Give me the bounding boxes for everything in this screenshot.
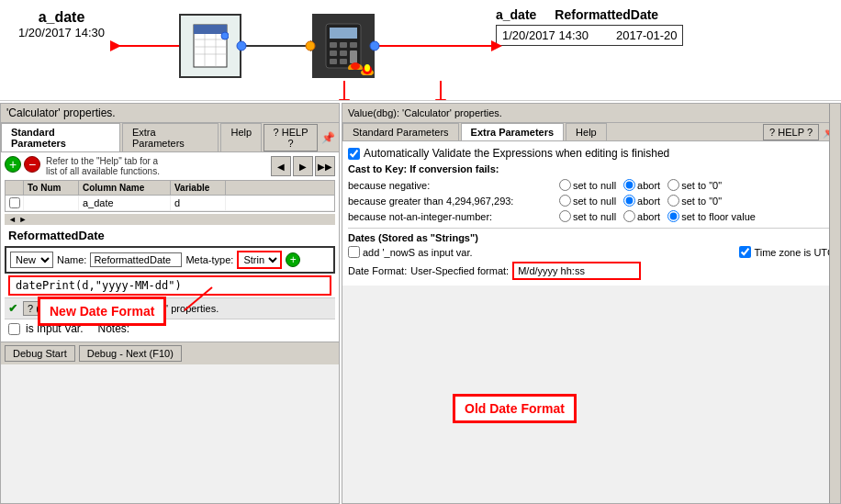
col-col-name: Column Name <box>79 181 171 195</box>
flame-icon <box>360 61 375 75</box>
help-button-right[interactable]: ? HELP ? <box>763 124 819 140</box>
add-nows-checkbox[interactable] <box>348 246 360 258</box>
tab-extra-right[interactable]: Extra Parameters <box>461 123 565 140</box>
greater-null-option[interactable]: set to null <box>559 195 616 207</box>
not-integer-abort-option[interactable]: abort <box>623 210 660 222</box>
svg-point-22 <box>364 64 370 72</box>
row-checkbox[interactable] <box>6 196 24 210</box>
tab-standard-right[interactable]: Standard Parameters <box>342 123 459 140</box>
svg-rect-13 <box>330 50 337 56</box>
add-nows-checkbox-label[interactable]: add '_nowS as input var. <box>348 246 473 258</box>
add-nows-label: add '_nowS as input var. <box>363 247 473 258</box>
svg-rect-16 <box>330 59 337 64</box>
svg-rect-14 <box>340 50 347 56</box>
left-node-label: a_date 1/20/2017 14:30 <box>18 9 105 39</box>
timezone-checkbox[interactable] <box>739 246 751 258</box>
table-headers: To Num Column Name Variable <box>6 181 334 196</box>
negative-label: because negative: <box>348 180 559 191</box>
timezone-checkbox-label[interactable]: Time zone is UTC <box>739 246 835 258</box>
negative-zero-option[interactable]: set to "0" <box>667 179 722 191</box>
debug-bar: Debug Start Debug - Next (F10) <box>1 342 339 364</box>
left-panel-title: 'Calculator' properties. <box>1 104 339 123</box>
tab-standard-left[interactable]: Standard Parameters <box>1 123 120 151</box>
nav-buttons: ◀ ▶ ▶▶ <box>271 156 335 176</box>
nav-play[interactable]: ▶ <box>293 156 313 176</box>
debug-next-button[interactable]: Debug - Next (F10) <box>79 345 182 362</box>
diagram-area: a_date 1/20/2017 14:30 <box>0 0 841 101</box>
old-date-format-annotation: Old Date Format <box>453 394 577 423</box>
calculator-node[interactable] <box>312 14 375 78</box>
svg-rect-11 <box>340 42 347 48</box>
debug-start-button[interactable]: Debug Start <box>5 345 75 362</box>
diagram-arrows <box>0 0 841 100</box>
svg-rect-12 <box>350 42 357 48</box>
meta-type-dropdown[interactable]: Strin <box>237 251 282 269</box>
cell-col-name: a_date <box>79 196 171 210</box>
table-row[interactable]: a_date d <box>6 196 334 211</box>
right-tab-bar: Standard Parameters Extra Parameters Hel… <box>342 123 840 141</box>
right-panel-title: Value(dbg): 'Calculator' properties. <box>342 104 840 123</box>
remove-row-button[interactable]: − <box>24 156 40 173</box>
tab-extra-left[interactable]: Extra Parameters <box>122 123 219 151</box>
spreadsheet-icon <box>192 23 229 69</box>
date-format-row: Date Format: User-Specfied format: <box>348 262 835 280</box>
tab-help-right[interactable]: Help <box>566 123 607 140</box>
auto-validate-label: Automatically Validate the Expressions w… <box>364 147 669 160</box>
new-dropdown[interactable]: New <box>10 252 53 268</box>
col-checkbox <box>6 181 24 195</box>
svg-rect-15 <box>350 50 357 63</box>
right-content: Automatically Validate the Expressions w… <box>342 141 840 286</box>
auto-validate-row: Automatically Validate the Expressions w… <box>348 147 835 160</box>
variable-table: To Num Column Name Variable a_date d <box>5 180 335 212</box>
name-input[interactable] <box>90 252 182 267</box>
right-scrollbar[interactable] <box>829 104 840 503</box>
main-area: 'Calculator' properties. Standard Parame… <box>0 103 841 504</box>
right-node-area: a_date ReformattedDate 1/20/2017 14:30 2… <box>496 7 683 46</box>
calculator-icon <box>324 22 363 70</box>
left-tab-bar: Standard Parameters Extra Parameters Hel… <box>1 123 339 152</box>
reformatted-col-name: ReformattedDate <box>555 7 658 22</box>
greater-row: because greater than 4,294,967,293: set … <box>348 193 835 208</box>
new-expression-row: New Name: Meta-type: Strin + <box>5 246 335 274</box>
negative-row: because negative: set to null abort set … <box>348 177 835 193</box>
reformatted-date-label: ReformattedDate <box>5 227 335 244</box>
help-text: Refer to the "Help" tab for a list of al… <box>46 156 265 176</box>
dates-title: Dates (Stored as "Strings") <box>348 232 835 243</box>
dates-section: Dates (Stored as "Strings") add '_nowS a… <box>348 232 835 280</box>
negative-null-option[interactable]: set to null <box>559 179 616 191</box>
auto-validate-checkbox[interactable] <box>348 148 360 160</box>
right-panel: Value(dbg): 'Calculator' properties. Sta… <box>342 103 841 504</box>
scroll-bar-hint[interactable]: ◄ ► <box>5 214 335 225</box>
date-format-input[interactable] <box>512 262 641 280</box>
date-format-label: Date Format: <box>348 265 407 276</box>
help-button-left[interactable]: ? HELP ? <box>264 124 318 151</box>
pin-icon-left[interactable]: 📌 <box>321 131 335 144</box>
greater-zero-option[interactable]: set to "0" <box>667 195 722 207</box>
svg-point-19 <box>351 62 360 70</box>
dates-options-row: add '_nowS as input var. Time zone is UT… <box>348 246 835 258</box>
left-node-value: 1/20/2017 14:30 <box>18 26 105 39</box>
meta-type-label: Meta-type: <box>185 254 233 265</box>
new-date-format-annotation: New Date Format <box>38 297 166 326</box>
not-integer-floor-option[interactable]: set to floor value <box>667 210 756 222</box>
spreadsheet-node[interactable] <box>179 14 241 78</box>
svg-rect-1 <box>194 25 227 34</box>
not-integer-row: because not-an-integer-number: set to nu… <box>348 208 835 224</box>
right-node-name: a_date <box>496 7 536 22</box>
add-expression-button[interactable]: + <box>286 252 300 267</box>
left-panel: 'Calculator' properties. Standard Parame… <box>0 103 340 504</box>
negative-abort-option[interactable]: abort <box>623 179 660 191</box>
formula-expression[interactable]: datePrint(d,"yyyy-MM-dd") <box>8 275 331 296</box>
add-row-button[interactable]: + <box>5 156 21 173</box>
left-node-name: a_date <box>18 9 105 26</box>
is-input-var-checkbox[interactable] <box>8 323 20 335</box>
greater-label: because greater than 4,294,967,293: <box>348 196 559 207</box>
cast-key-label: Cast to Key: If conversion fails: <box>348 163 835 174</box>
tab-help-left[interactable]: Help <box>220 123 262 151</box>
not-integer-null-option[interactable]: set to null <box>559 210 616 222</box>
divider <box>348 228 835 229</box>
nav-next[interactable]: ▶▶ <box>315 156 335 176</box>
nav-prev[interactable]: ◀ <box>271 156 291 176</box>
col-variable: Variable <box>171 181 226 195</box>
greater-abort-option[interactable]: abort <box>623 195 660 207</box>
